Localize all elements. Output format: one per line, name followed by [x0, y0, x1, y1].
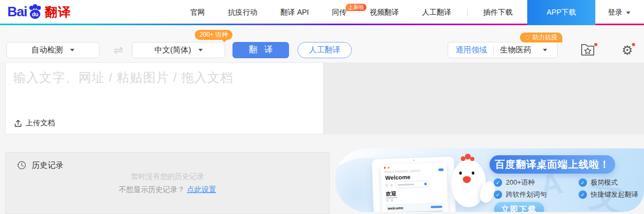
- mockup-icon-row: [386, 197, 445, 202]
- chevron-down-icon: [70, 49, 74, 51]
- desktop-app-promo-banner[interactable]: A 文 Welcome 欢迎: [335, 148, 644, 212]
- svg-text:du: du: [32, 11, 38, 17]
- mockup-result-card: welcome: [385, 202, 445, 212]
- notification-dot: [594, 43, 597, 46]
- promo-feature-minimal-mode: ✓ 极简模式: [579, 178, 618, 187]
- nav-item-video-translate[interactable]: 视频翻译: [358, 8, 410, 17]
- anti-epidemic-badge: ♡ 助力抗疫: [520, 33, 562, 42]
- check-circle-icon: ✓: [579, 190, 587, 199]
- languages-count-badge: 200+ 语种: [195, 30, 232, 40]
- history-empty-message: 暂时没有您的历史记录: [6, 172, 329, 181]
- history-settings-link[interactable]: 点此设置: [187, 185, 216, 194]
- history-clock-icon: [16, 160, 27, 170]
- domain-selected-value: 生物医药: [500, 45, 531, 55]
- chevron-down-icon: [543, 49, 547, 51]
- history-title: 历史记录: [32, 160, 63, 170]
- mascot-beak: [463, 176, 471, 183]
- promo-headline: 百度翻译桌面端上线啦！: [490, 155, 615, 174]
- mockup-result-word: welcome: [388, 206, 404, 210]
- nav-item-plugin-download[interactable]: 插件下载: [472, 8, 524, 17]
- gear-icon: ⚙: [621, 44, 633, 57]
- promo-feature-cross-software: ✓ 跨软件划词句: [494, 190, 547, 199]
- logo-product-text: 翻译: [45, 4, 71, 20]
- promo-feature-hotkey: ✓ 快捷键发起翻译: [579, 190, 638, 199]
- mockup-toggle: [438, 168, 443, 171]
- human-translate-button[interactable]: 人工翻译: [297, 42, 352, 58]
- history-header: 历史记录: [16, 160, 63, 170]
- mascot-comb: [461, 156, 465, 161]
- mascot-comb: [470, 157, 474, 161]
- promo-feature-languages: ✓ 200+语种: [494, 178, 535, 187]
- mascot-eye: [459, 172, 462, 175]
- baidu-translate-logo[interactable]: Bai du 翻译: [7, 0, 71, 24]
- domain-select[interactable]: 通用领域 生物医药: [448, 42, 558, 58]
- source-language-select[interactable]: 自动检测: [6, 42, 99, 58]
- history-panel: 历史记录 暂时没有您的历史记录 不想显示历史记录？ 点此设置: [5, 152, 330, 214]
- nav-item-human-translate[interactable]: 人工翻译: [410, 8, 463, 17]
- mascot-eye: [472, 172, 474, 175]
- nav-item-anti-epidemic[interactable]: 抗疫行动: [217, 8, 269, 17]
- heart-icon: ♡: [525, 34, 530, 41]
- check-circle-icon: ✓: [579, 178, 587, 187]
- logo-bai-text: Bai: [7, 4, 27, 20]
- notification-dot: [632, 43, 635, 46]
- result-area-empty: [324, 62, 644, 134]
- chevron-down-icon: [198, 49, 203, 51]
- desktop-app-mockup: Welcome 欢迎 welcome: [371, 156, 457, 212]
- chevron-down-icon: [626, 12, 630, 14]
- nav-divider: [467, 9, 468, 17]
- history-hide-row: 不想显示历史记录？ 点此设置: [6, 185, 329, 195]
- mockup-input-row: [385, 180, 444, 189]
- domain-divider: [493, 47, 494, 54]
- swap-languages-icon[interactable]: ⇌: [107, 42, 130, 58]
- translate-button[interactable]: 翻译: [232, 42, 289, 58]
- domain-general-label[interactable]: 通用领域: [456, 45, 487, 55]
- mockup-search-input: [395, 180, 429, 188]
- app-download-button[interactable]: APP下载: [527, 0, 595, 25]
- nav-item-translate-api[interactable]: 翻译 API: [269, 8, 320, 17]
- input-placeholder: 输入文字、网址 / 粘贴图片 / 拖入文档: [13, 69, 234, 86]
- mockup-translation-word: 欢迎: [386, 190, 398, 198]
- check-circle-icon: ✓: [494, 178, 502, 187]
- source-text-input[interactable]: 输入文字、网址 / 粘贴图片 / 拖入文档 上传文档: [5, 62, 324, 134]
- mockup-result-chip: [431, 206, 442, 208]
- check-circle-icon: ✓: [494, 190, 502, 199]
- mockup-source-word: Welcome: [385, 173, 443, 181]
- baidu-translate-page: Bai du 翻译 官网 抗疫行动 翻译 API 同传 上新啦 视频翻译 人工翻…: [0, 0, 644, 214]
- upload-icon: [14, 119, 22, 127]
- baidu-paw-icon: du: [27, 4, 43, 20]
- folder-star-icon: [580, 43, 596, 57]
- target-language-select[interactable]: 中文(简体): [132, 42, 225, 58]
- top-navbar: Bai du 翻译 官网 抗疫行动 翻译 API 同传 上新啦 视频翻译 人工翻…: [0, 0, 644, 24]
- download-now-button[interactable]: 立即下载: [494, 202, 544, 212]
- chick-mascot-illustration: [446, 153, 493, 212]
- tablet-camera-dot: [413, 159, 415, 161]
- nav-item-official-site[interactable]: 官网: [179, 8, 217, 17]
- login-button[interactable]: 登录: [595, 8, 644, 17]
- mockup-app-window: Welcome 欢迎 welcome: [381, 163, 449, 212]
- nav-item-simultaneous[interactable]: 同传 上新啦: [320, 8, 358, 17]
- main-nav: 官网 抗疫行动 翻译 API 同传 上新啦 视频翻译 人工翻译 插件下载 APP…: [179, 0, 644, 25]
- upload-document-button[interactable]: 上传文档: [14, 119, 55, 128]
